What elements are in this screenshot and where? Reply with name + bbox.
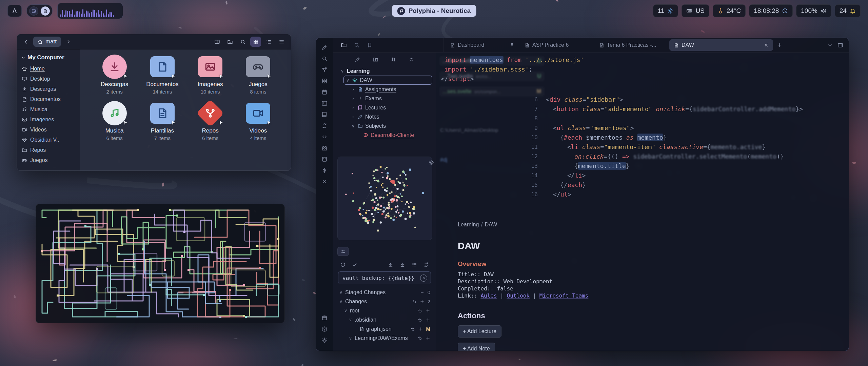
back-button[interactable] <box>21 37 31 46</box>
sidebar-item-videos[interactable]: Videos <box>20 125 77 135</box>
ribbon-code-icon[interactable] <box>320 132 329 142</box>
obsidian-editor[interactable]: ...One.sveltesrc/co...U...Two.sveltesrc/… <box>436 53 849 351</box>
git-refresh-button[interactable] <box>340 262 346 267</box>
git-check-button[interactable] <box>352 262 357 267</box>
panel-tab-search[interactable] <box>354 42 360 48</box>
ribbon-book-icon[interactable] <box>320 110 329 119</box>
field-link[interactable]: Aules <box>480 292 497 299</box>
git-plus-circle-button[interactable] <box>364 262 369 267</box>
git-plus-icon[interactable] <box>426 336 430 341</box>
git-undo-icon[interactable] <box>411 327 415 331</box>
graph-view-panel[interactable] <box>337 157 432 240</box>
explorer-pencil-button[interactable] <box>355 57 360 62</box>
ribbon-camera-icon[interactable] <box>320 143 329 153</box>
sidebar-item-imagenes[interactable]: Imagenes <box>20 115 77 125</box>
git-undo-icon[interactable] <box>418 336 422 341</box>
workspace-1[interactable] <box>29 6 38 16</box>
git-plus-icon[interactable] <box>418 327 423 331</box>
layout-toggle-icon[interactable] <box>837 42 843 48</box>
launcher-button[interactable]: Λ <box>7 5 22 17</box>
tab-asp-practice-6[interactable]: ASP Practice 6 <box>520 39 593 51</box>
tree-item-learning[interactable]: ∨Learning <box>338 66 432 76</box>
field-link[interactable]: Microsoft Teams <box>539 292 589 299</box>
ribbon-dollar-icon[interactable] <box>320 166 329 175</box>
git-sync-button[interactable] <box>423 262 429 267</box>
git-minus-icon[interactable] <box>420 290 425 295</box>
action-button--add-lecture[interactable]: + Add Lecture <box>458 325 501 338</box>
tree-item-lectures[interactable]: ›Lectures <box>349 103 432 112</box>
folder-documentos[interactable]: Documentos14 items <box>138 53 186 95</box>
folder-plus-view-button[interactable] <box>224 37 235 47</box>
media-widget[interactable]: Polyphia - Neurotica <box>392 5 476 17</box>
folder-juegos[interactable]: Juegos8 items <box>234 53 282 95</box>
git-plus-icon[interactable] <box>420 299 425 304</box>
menu-view-button[interactable] <box>276 37 287 47</box>
ribbon-terminal-icon[interactable] <box>320 99 329 108</box>
note-breadcrumb[interactable]: Learning/DAW <box>458 221 715 228</box>
folder-musica[interactable]: Musica6 items <box>91 99 138 141</box>
git-row-changes[interactable]: ∨Changes2 <box>337 297 432 306</box>
tree-item-daw[interactable]: ∨DAW <box>343 76 432 85</box>
folder-descargas[interactable]: Descargas2 items <box>91 53 138 95</box>
folder-videos[interactable]: Videos4 items <box>234 99 282 141</box>
ribbon-x-icon[interactable] <box>320 177 329 186</box>
sidebar-item-musica[interactable]: Musica <box>20 104 77 115</box>
ribbon-calendar-icon[interactable] <box>320 87 329 97</box>
sidebar-item-descargas[interactable]: Descargas <box>20 84 77 94</box>
git-undo-icon[interactable] <box>418 308 422 313</box>
explorer-collapse-button[interactable] <box>409 57 414 62</box>
ribbon-help-icon[interactable] <box>320 324 329 334</box>
git-download-button[interactable] <box>400 262 405 267</box>
git-plus-icon[interactable] <box>426 318 430 322</box>
breadcrumb[interactable]: matt <box>33 37 61 47</box>
commit-message-input[interactable] <box>342 274 420 282</box>
git-undo-icon[interactable] <box>418 318 422 322</box>
git-row-staged-changes[interactable]: ∨Staged Changes0 <box>337 288 432 297</box>
panel-tab-bookmark[interactable] <box>367 42 373 48</box>
tree-item-desarrollo-cliente[interactable]: Desarrollo-Cliente <box>354 130 432 140</box>
weather-pill[interactable]: 24°C <box>713 4 746 17</box>
tab-dashboard[interactable]: Dashboard <box>446 39 519 51</box>
git-undo-icon[interactable] <box>412 299 417 304</box>
ribbon-graph-icon[interactable] <box>320 65 329 75</box>
git-list-button[interactable] <box>412 262 417 267</box>
grid-view-button[interactable] <box>250 37 261 47</box>
ribbon-search-icon[interactable] <box>320 54 329 63</box>
sidebar-item-obsidianv[interactable]: Obsidian V.. <box>20 135 77 145</box>
ribbon-pencil-icon[interactable] <box>320 43 329 52</box>
git-row-graph-json[interactable]: graph.jsonM <box>337 324 432 333</box>
sidebar-item-juegos[interactable]: Juegos <box>20 155 77 165</box>
git-row--obsidian[interactable]: ∨.obsidian <box>337 315 432 324</box>
updates-pill[interactable]: 11 <box>653 4 678 17</box>
tab-daw[interactable]: DAW <box>669 39 773 51</box>
panel-settings-handle[interactable] <box>337 247 349 256</box>
panel-tab-folder[interactable] <box>341 42 347 48</box>
workspace-2[interactable] <box>41 6 50 16</box>
sidebar-item-documentos[interactable]: Documentos <box>20 94 77 104</box>
ribbon-dice-icon[interactable] <box>320 155 329 164</box>
folder-plantillas[interactable]: Plantillas7 items <box>138 99 186 141</box>
notifications-pill[interactable]: 24 <box>835 4 861 17</box>
ribbon-grid-icon[interactable] <box>320 76 329 86</box>
chevron-down-icon[interactable] <box>827 42 833 48</box>
sidebar-item-home[interactable]: Home <box>20 64 77 74</box>
explorer-sort-button[interactable] <box>391 57 396 62</box>
split-view-button[interactable] <box>212 37 222 47</box>
new-tab-button[interactable] <box>774 40 785 50</box>
forward-button[interactable] <box>64 37 73 46</box>
keyboard-layout-pill[interactable]: US <box>682 4 709 17</box>
clock-pill[interactable]: 18:08:28 <box>749 4 793 17</box>
list-view-button[interactable] <box>263 37 274 47</box>
ribbon-sync-icon[interactable] <box>320 121 329 130</box>
tree-item-assignments[interactable]: ›Assignments <box>349 85 432 94</box>
tree-item-notes[interactable]: ›Notes <box>349 112 432 121</box>
folder-imagenes[interactable]: Imagenes10 items <box>186 53 234 95</box>
ribbon-settings-icon[interactable] <box>320 336 329 345</box>
tree-item-exams[interactable]: ›Exams <box>349 94 432 103</box>
clear-input-icon[interactable]: ✕ <box>420 274 427 282</box>
sidebar-item-desktop[interactable]: Desktop <box>20 74 77 84</box>
action-button--add-note[interactable]: + Add Note <box>458 343 495 351</box>
ribbon-box-icon[interactable] <box>320 313 329 323</box>
search-view-button[interactable] <box>237 37 248 47</box>
volume-pill[interactable]: 100% <box>796 4 831 17</box>
